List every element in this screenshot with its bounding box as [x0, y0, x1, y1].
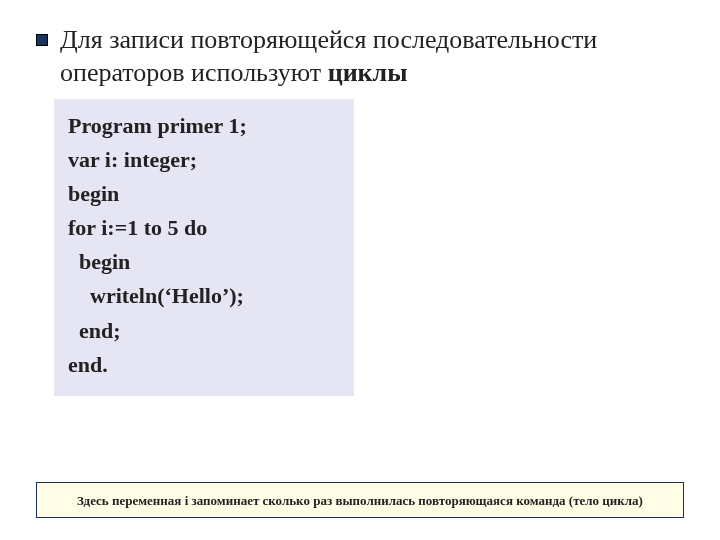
code-line: end. [68, 348, 340, 382]
code-line: begin [68, 245, 340, 279]
bullet-icon [36, 34, 48, 46]
title-bold: циклы [328, 58, 408, 87]
footnote-text: Здесь переменная i запоминает сколько ра… [77, 493, 643, 508]
title-row: Для записи повторяющейся последовательно… [36, 24, 684, 89]
footnote-box: Здесь переменная i запоминает сколько ра… [36, 482, 684, 518]
slide-title: Для записи повторяющейся последовательно… [60, 24, 684, 89]
code-line: var i: integer; [68, 143, 340, 177]
code-line: Program primer 1; [68, 109, 340, 143]
code-line: end; [68, 314, 340, 348]
slide: Для записи повторяющейся последовательно… [0, 0, 720, 540]
code-line: for i:=1 to 5 do [68, 211, 340, 245]
code-line: begin [68, 177, 340, 211]
code-line: writeln(‘Hello’); [68, 279, 340, 313]
code-box: Program primer 1; var i: integer; begin … [54, 99, 354, 396]
